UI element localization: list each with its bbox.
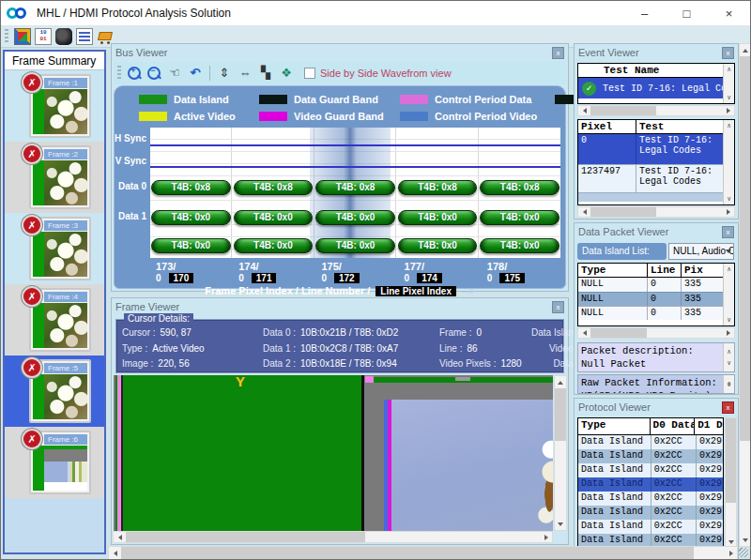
zoom-in-icon[interactable]: +	[127, 66, 143, 82]
tile-view-icon[interactable]: ▚	[257, 65, 274, 82]
bus-segment[interactable]: T4B: 0x0	[151, 238, 231, 253]
toolbar-grip[interactable]	[5, 29, 8, 44]
bus-segment[interactable]: T4B: 0x0	[315, 210, 395, 225]
frame-thumbnail-6[interactable]: ✗ Frame :6	[5, 427, 104, 498]
maximize-button[interactable]: □	[666, 1, 708, 25]
bus-segment[interactable]: T4B: 0x8	[398, 180, 478, 195]
waveform-plot[interactable]: T4B: 0x8 T4B: 0x8 T4B: 0x8 T4B: 0x8 T4B:…	[150, 128, 560, 258]
pixel-row-partial[interactable]	[578, 192, 734, 202]
scroll-right-icon[interactable]	[722, 106, 734, 115]
frame-viewer-close-icon[interactable]: x	[552, 301, 564, 313]
zoom-out-icon[interactable]: −	[146, 66, 162, 82]
pixel-table-hscrollbar[interactable]	[577, 206, 735, 218]
scroll-right-icon[interactable]	[722, 207, 734, 217]
scroll-right-icon[interactable]	[540, 532, 552, 542]
packet-row[interactable]: NULL 0 335	[578, 278, 734, 292]
scroll-down-icon[interactable]	[555, 518, 566, 530]
scroll-up-icon[interactable]	[740, 44, 750, 56]
minimize-button[interactable]: –	[623, 1, 666, 25]
hscroll-thumb[interactable]	[121, 547, 694, 559]
bus-segment[interactable]: T4B: 0x8	[480, 180, 559, 195]
bus-segment[interactable]: T4B: 0x0	[398, 210, 478, 225]
bus-segment[interactable]: T4B: 0x8	[234, 180, 314, 195]
close-button[interactable]: ×	[708, 1, 750, 25]
protocol-row[interactable]: Data Island0x2CC0x29	[578, 520, 723, 534]
event-viewer-icon[interactable]	[76, 28, 93, 45]
table-vscroll-arrows[interactable]: ∧∨	[723, 120, 734, 204]
side-by-side-checkbox[interactable]	[304, 68, 315, 79]
test-table-hscrollbar[interactable]	[577, 105, 735, 116]
scroll-left-icon[interactable]	[578, 106, 590, 115]
test-row-selected[interactable]: ✓ Test ID 7-16: Legal Cod	[578, 78, 734, 98]
main-hscrollbar[interactable]	[108, 546, 738, 560]
window-resize-grip[interactable]	[739, 548, 748, 557]
scroll-left-icon[interactable]	[109, 547, 121, 559]
waveform-chart[interactable]: Data Island Data Guard Band Control Peri…	[114, 85, 566, 289]
bus-segment[interactable]: T4B: 0x0	[315, 238, 395, 253]
scroll-left-icon[interactable]	[114, 532, 126, 542]
hscroll-thumb[interactable]	[126, 532, 365, 542]
protocol-row[interactable]: Data Island0x2CC0x29	[578, 463, 723, 477]
bus-segment[interactable]: T4B: 0x8	[315, 180, 395, 195]
vscroll-thumb[interactable]	[726, 418, 736, 503]
protocol-row[interactable]: Data Island0x2CC0x29	[578, 492, 723, 506]
right-column-vscrollbar[interactable]	[739, 43, 751, 547]
toolbar-grip[interactable]	[117, 66, 121, 81]
bus-segment[interactable]: T4B: 0x0	[151, 210, 231, 225]
fit-horizontal-icon[interactable]: ⇔	[237, 65, 253, 82]
table-vscroll-arrows[interactable]: ∧∨	[723, 264, 734, 325]
bus-viewer-icon[interactable]: 1001	[35, 28, 52, 45]
expand-icon[interactable]: ❖	[278, 65, 295, 82]
table-vscroll-arrows[interactable]: ∧∨	[723, 64, 734, 103]
hscroll-thumb[interactable]	[590, 328, 647, 338]
scroll-right-icon[interactable]	[725, 547, 737, 559]
bus-segment[interactable]: T4B: 0x0	[480, 210, 559, 225]
scroll-left-icon[interactable]	[578, 207, 590, 217]
scroll-down-icon[interactable]	[740, 534, 750, 546]
frame-viewer-hscrollbar[interactable]	[113, 531, 553, 543]
frame-thumbnail-1[interactable]: ✗ Frame :1	[5, 70, 104, 142]
vscroll-thumb[interactable]	[555, 388, 566, 441]
box-vscroll-arrows[interactable]: ∧∨	[723, 375, 734, 393]
cart-icon[interactable]	[97, 28, 114, 45]
bus-segment[interactable]: T4B: 0x0	[234, 238, 314, 253]
protocol-row[interactable]: Data Island0x2CC0x29	[578, 506, 723, 520]
box-vscroll-arrows[interactable]: ∧∨	[723, 343, 734, 371]
frame-viewer-icon[interactable]	[55, 28, 72, 45]
packet-table-hscrollbar[interactable]	[577, 327, 735, 339]
scroll-up-icon[interactable]	[555, 376, 566, 388]
pan-hand-icon[interactable]: ☜	[166, 65, 183, 82]
frame-thumbnail-2[interactable]: ✗ Frame :2	[5, 142, 104, 213]
scroll-left-icon[interactable]	[578, 328, 590, 338]
protocol-viewer-close-icon[interactable]: x	[722, 401, 734, 414]
pixel-row[interactable]: 1237497 Test ID 7-16: Legal Codes	[578, 164, 734, 192]
packet-description-box[interactable]: Packet description: Null Packet ∧∨	[577, 342, 735, 372]
frame-thumbnail-3[interactable]: ✗ Frame :3	[5, 213, 104, 284]
frame-image-view[interactable]: Y	[114, 375, 553, 531]
hscroll-thumb[interactable]	[590, 106, 656, 115]
event-viewer-close-icon[interactable]: x	[722, 47, 734, 59]
bus-segment[interactable]: T4B: 0x0	[234, 210, 314, 225]
bus-segment[interactable]: T4B: 0x0	[480, 238, 559, 253]
undo-icon[interactable]: ↶	[187, 65, 204, 82]
fit-vertical-icon[interactable]: ⇕	[216, 65, 233, 82]
protocol-vscrollbar[interactable]	[725, 417, 737, 549]
data-island-list-dropdown[interactable]: NULL, Audio Clock	[668, 243, 734, 260]
frame-thumbnail-4[interactable]: ✗ Frame :4	[5, 284, 104, 356]
frame-viewer-vscrollbar[interactable]	[554, 375, 567, 531]
raw-packet-info-box[interactable]: Raw Packet Information: HB(SB4(HB2 HB2 P…	[577, 374, 735, 394]
bus-segment[interactable]: T4B: 0x8	[151, 180, 231, 195]
data-packet-viewer-close-icon[interactable]: x	[722, 226, 734, 238]
packet-row-selected[interactable]: NULL 0 335	[578, 292, 734, 306]
bus-viewer-close-icon[interactable]: x	[552, 47, 564, 59]
protocol-row-selected[interactable]: Data Island0x2CC0x29	[578, 477, 723, 492]
hscroll-thumb[interactable]	[590, 207, 656, 217]
vscroll-thumb[interactable]	[740, 56, 750, 441]
protocol-row[interactable]: Data Island0x2CC0x29	[578, 449, 723, 463]
frame-thumbnail-5-selected[interactable]: ✗ Frame :5	[5, 356, 104, 427]
pixel-row-selected[interactable]: 0 Test ID 7-16: Legal Codes	[578, 134, 734, 164]
packet-row[interactable]: NULL 0 335	[578, 306, 734, 320]
bus-segment[interactable]: T4B: 0x0	[398, 238, 478, 253]
scroll-right-icon[interactable]	[722, 328, 734, 338]
frame-summary-icon[interactable]	[14, 28, 31, 45]
